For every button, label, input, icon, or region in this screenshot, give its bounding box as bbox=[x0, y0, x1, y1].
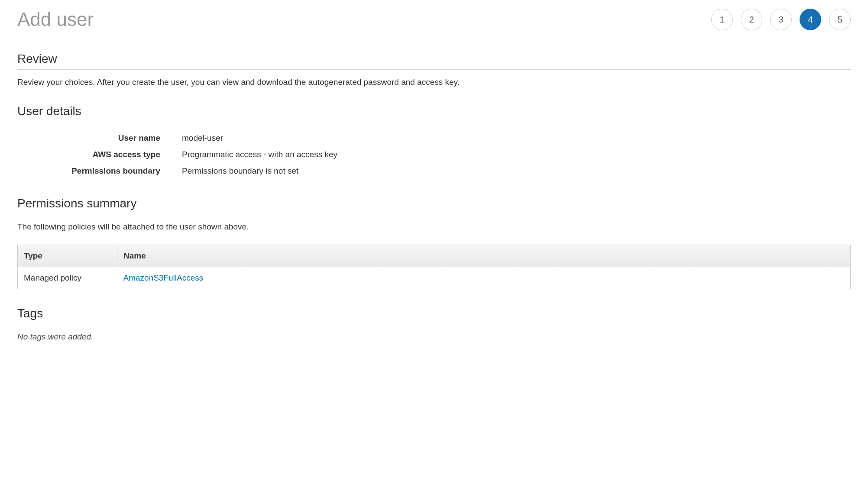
tags-heading: Tags bbox=[17, 307, 851, 324]
step-3[interactable]: 3 bbox=[770, 9, 792, 30]
review-description: Review your choices. After you create th… bbox=[17, 78, 851, 87]
table-row: Managed policyAmazonS3FullAccess bbox=[18, 267, 851, 289]
permissions-description: The following policies will be attached … bbox=[17, 222, 851, 232]
tags-section: Tags No tags were added. bbox=[17, 307, 851, 342]
review-section: Review Review your choices. After you cr… bbox=[17, 52, 851, 87]
user-details-row: User namemodel-user bbox=[17, 130, 851, 146]
review-heading: Review bbox=[17, 52, 851, 70]
permissions-col-type: Type bbox=[18, 245, 117, 267]
tags-empty-message: No tags were added. bbox=[17, 332, 851, 342]
user-details-value: Programmatic access - with an access key bbox=[178, 150, 851, 159]
user-details-list: User namemodel-userAWS access typeProgra… bbox=[17, 130, 851, 179]
user-details-value: Permissions boundary is not set bbox=[178, 166, 851, 176]
policy-type-cell: Managed policy bbox=[18, 267, 117, 289]
permissions-heading: Permissions summary bbox=[17, 197, 851, 214]
user-details-row: AWS access typeProgrammatic access - wit… bbox=[17, 146, 851, 163]
step-1[interactable]: 1 bbox=[711, 9, 733, 30]
user-details-label: AWS access type bbox=[17, 150, 178, 159]
page-title: Add user bbox=[17, 9, 94, 30]
page-header: Add user 12345 bbox=[17, 9, 851, 30]
policy-name-cell: AmazonS3FullAccess bbox=[117, 267, 851, 289]
step-2[interactable]: 2 bbox=[741, 9, 762, 30]
user-details-heading: User details bbox=[17, 104, 851, 122]
user-details-label: User name bbox=[17, 133, 178, 143]
policy-link[interactable]: AmazonS3FullAccess bbox=[123, 273, 204, 282]
permissions-col-name: Name bbox=[117, 245, 851, 267]
step-4[interactable]: 4 bbox=[800, 9, 821, 30]
user-details-label: Permissions boundary bbox=[17, 166, 178, 176]
permissions-section: Permissions summary The following polici… bbox=[17, 197, 851, 289]
permissions-table: Type Name Managed policyAmazonS3FullAcce… bbox=[17, 245, 851, 289]
user-details-section: User details User namemodel-userAWS acce… bbox=[17, 104, 851, 179]
step-5[interactable]: 5 bbox=[829, 9, 851, 30]
user-details-row: Permissions boundaryPermissions boundary… bbox=[17, 163, 851, 179]
user-details-value: model-user bbox=[178, 133, 851, 143]
wizard-stepper: 12345 bbox=[711, 9, 851, 30]
